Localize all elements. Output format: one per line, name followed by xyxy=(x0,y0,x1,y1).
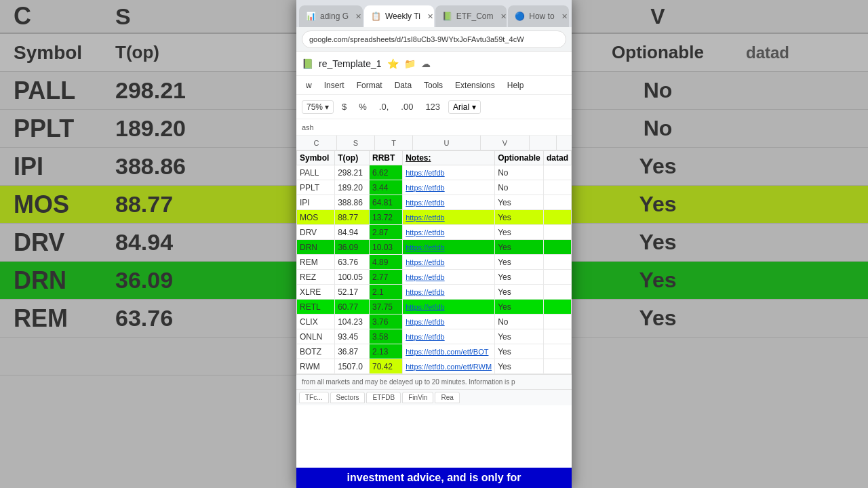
cell-symbol: ONLN xyxy=(297,329,335,344)
doc-star-icon[interactable]: ⭐ xyxy=(387,58,399,69)
menu-help[interactable]: Help xyxy=(502,79,530,92)
address-bar[interactable]: google.com/spreadsheets/d/1sI8uCb3-9WYtx… xyxy=(302,30,566,48)
cell-notes[interactable]: https://etfdb xyxy=(403,225,495,240)
zoom-value: 75% xyxy=(307,102,323,112)
tab-etf[interactable]: 📗 ETF_Com ✕ xyxy=(435,5,507,27)
cell-notes[interactable]: https://etfdb xyxy=(403,329,495,344)
cell-symbol: PALL xyxy=(297,165,335,180)
bg-symbol-header: Symbol xyxy=(0,42,108,64)
menu-w[interactable]: w xyxy=(300,79,317,92)
col-headers: C S T U V xyxy=(296,136,572,150)
bg-right-row-6: Yes xyxy=(570,300,868,338)
tab-howto-close[interactable]: ✕ xyxy=(561,12,568,21)
cell-notes[interactable]: https://etfdb xyxy=(403,270,495,285)
cell-rrbt: 2.13 xyxy=(370,344,403,359)
cell-rrbt: 3.44 xyxy=(370,180,403,195)
tab-weekly[interactable]: 📋 Weekly Ti ✕ xyxy=(364,5,434,27)
toolbar: 75% ▾ $ % .0, .00 123 Arial ▾ xyxy=(296,95,572,119)
cell-rrbt: 2.87 xyxy=(370,225,403,240)
doc-folder-icon[interactable]: 📁 xyxy=(404,58,416,69)
table-row: CLIX 104.23 3.76 https://etfdb No xyxy=(297,314,572,329)
table-row: DRV 84.94 2.87 https://etfdb Yes xyxy=(297,225,572,240)
menu-format[interactable]: Format xyxy=(351,79,388,92)
cell-datad xyxy=(543,285,571,300)
cell-datad xyxy=(543,314,571,329)
col-c: C xyxy=(296,136,337,150)
cell-symbol: DRN xyxy=(297,240,335,255)
menu-data[interactable]: Data xyxy=(389,79,417,92)
tab-etf-icon: 📗 xyxy=(442,12,452,21)
th-top: T(op) xyxy=(335,151,370,165)
cell-datad xyxy=(543,180,571,195)
font-selector[interactable]: Arial ▾ xyxy=(448,100,481,114)
table-row: REZ 100.05 2.77 https://etfdb Yes xyxy=(297,270,572,285)
toolbar-123[interactable]: 123 xyxy=(421,100,444,113)
tab-trading[interactable]: 📊 ading G ✕ xyxy=(299,5,363,27)
spreadsheet-area: C S T U V Symbol T(op) RRBT Notes: Optio… xyxy=(296,136,572,488)
cell-notes[interactable]: https://etfdb xyxy=(403,180,495,195)
tab-weekly-close[interactable]: ✕ xyxy=(427,12,433,21)
table-row: PALL 298.21 6.62 https://etfdb No xyxy=(297,165,572,180)
zoom-dropdown-icon[interactable]: ▾ xyxy=(325,102,329,112)
table-row: XLRE 52.17 2.1 https://etfdb Yes xyxy=(297,285,572,300)
bg-optionable-header: Optionable xyxy=(570,42,746,63)
bg-top-header: T(op) xyxy=(108,42,231,63)
cell-top: 189.20 xyxy=(335,180,370,195)
bg-right-header: V xyxy=(570,0,868,34)
col-v: V xyxy=(481,136,530,150)
toolbar-dollar[interactable]: $ xyxy=(338,100,351,113)
table-header-row: Symbol T(op) RRBT Notes: Optionable data… xyxy=(297,151,572,165)
bg-datad-header: datad xyxy=(746,43,868,62)
cell-datad xyxy=(543,344,571,359)
menu-tools[interactable]: Tools xyxy=(418,79,448,92)
cell-top: 84.94 xyxy=(335,225,370,240)
cell-notes[interactable]: https://etfdb xyxy=(403,255,495,270)
address-bar-text: google.com/spreadsheets/d/1sI8uCb3-9WYtx… xyxy=(309,35,524,43)
sheet-tab-finvin[interactable]: FinVin xyxy=(402,392,433,403)
doc-cloud-icon[interactable]: ☁ xyxy=(421,58,431,69)
menu-bar: w Insert Format Data Tools Extensions He… xyxy=(296,76,572,95)
th-symbol: Symbol xyxy=(297,151,335,165)
cell-notes[interactable]: https://etfdb xyxy=(403,314,495,329)
toolbar-decimal1[interactable]: .0, xyxy=(375,100,393,113)
sheet-tab-rea[interactable]: Rea xyxy=(435,392,459,403)
cell-datad xyxy=(543,359,571,374)
zoom-control[interactable]: 75% ▾ xyxy=(302,100,334,114)
bg-right-row-0: No xyxy=(570,72,868,110)
th-rrbt: RRBT xyxy=(370,151,403,165)
sheet-tab-tfc[interactable]: TFc... xyxy=(299,392,329,403)
cell-notes[interactable]: https://etfdb xyxy=(403,210,495,225)
cell-rrbt: 2.77 xyxy=(370,270,403,285)
browser-window: 📊 ading G ✕ 📋 Weekly Ti ✕ 📗 ETF_Com ✕ 🔵 … xyxy=(296,0,572,488)
bg-right-row-1: No xyxy=(570,110,868,148)
sheet-tab-sectors[interactable]: Sectors xyxy=(330,392,366,403)
cell-notes[interactable]: https://etfdb xyxy=(403,240,495,255)
cell-datad xyxy=(543,195,571,210)
cell-notes[interactable]: https://etfdb xyxy=(403,195,495,210)
cell-notes[interactable]: https://etfdb xyxy=(403,165,495,180)
cell-notes[interactable]: https://etfdb xyxy=(403,300,495,314)
cell-optionable: Yes xyxy=(495,285,544,300)
menu-insert[interactable]: Insert xyxy=(319,79,350,92)
cell-notes[interactable]: https://etfdb xyxy=(403,285,495,300)
menu-extensions[interactable]: Extensions xyxy=(450,79,500,92)
cell-notes[interactable]: https://etfdb.com/etf/BOT xyxy=(403,344,495,359)
bg-row-7 xyxy=(0,338,298,375)
cell-datad xyxy=(543,255,571,270)
doc-header: 📗 re_Template_1 ⭐ 📁 ☁ xyxy=(296,52,572,76)
cell-notes[interactable]: https://etfdb.com/etf/RWM xyxy=(403,359,495,374)
cell-symbol: XLRE xyxy=(297,285,335,300)
toolbar-percent[interactable]: % xyxy=(355,100,371,113)
toolbar-decimal2[interactable]: .00 xyxy=(397,100,417,113)
cell-symbol: RWM xyxy=(297,359,335,374)
font-dropdown-icon[interactable]: ▾ xyxy=(472,102,476,112)
sheet-tab-etfdb[interactable]: ETFDB xyxy=(366,392,401,403)
table-row-retl: RETL 60.77 37.75 https://etfdb Yes xyxy=(297,300,572,314)
tab-howto[interactable]: 🔵 How to ✕ xyxy=(508,5,569,27)
bg-row-1: PPLT 189.20 xyxy=(0,110,298,148)
col-s: S xyxy=(337,136,375,150)
cell-rrbt: 2.1 xyxy=(370,285,403,300)
tab-etf-close[interactable]: ✕ xyxy=(500,12,507,21)
tab-trading-close[interactable]: ✕ xyxy=(355,12,361,21)
cell-datad xyxy=(543,225,571,240)
